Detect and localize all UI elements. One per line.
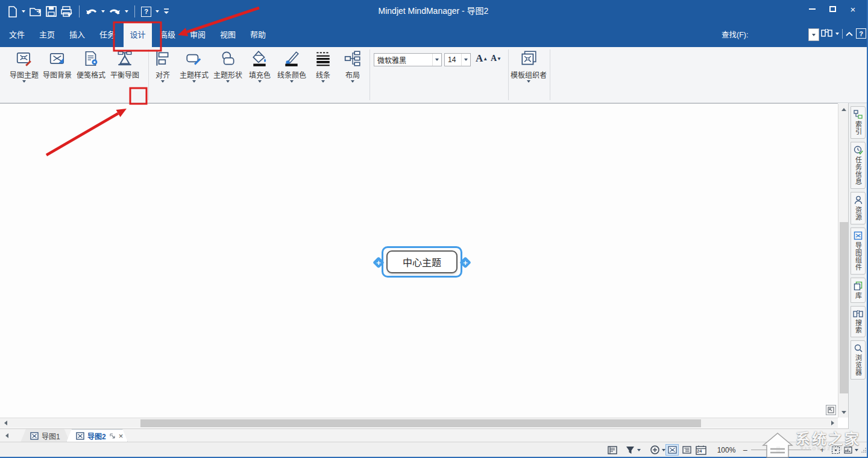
tab-design[interactable]: 设计 (124, 23, 152, 47)
topic-notes-icon[interactable] (606, 444, 618, 456)
sidebar-tab-index[interactable]: 索引 (851, 106, 866, 139)
sidebar-tab-map-parts[interactable]: 导图组件 (851, 227, 866, 275)
align-label: 对齐 (156, 69, 170, 80)
tab-insert[interactable]: 插入 (65, 23, 89, 47)
quick-access-toolbar: ? (7, 4, 169, 19)
horizontal-scrollbar-thumb[interactable] (140, 419, 701, 427)
find-dropdown-icon[interactable] (835, 33, 839, 35)
undo-dropdown-icon[interactable] (101, 10, 105, 13)
find-input-dropdown[interactable] (808, 28, 819, 41)
central-topic[interactable]: 中心主题 (386, 250, 458, 273)
tab-task[interactable]: 任务 (95, 23, 119, 47)
sidebar-tab-search[interactable]: 搜索 (851, 306, 866, 337)
tab-view[interactable]: 视图 (215, 23, 241, 47)
walkthrough-icon[interactable] (649, 444, 661, 456)
balance-map-button[interactable]: 平衡导图 (108, 49, 141, 80)
map-background-button[interactable]: 导图背景 (41, 49, 74, 80)
sidebar-tab-resources[interactable]: 资源 (851, 192, 866, 224)
font-name-value: 微软雅黑 (374, 55, 432, 65)
maximize-button[interactable] (822, 0, 843, 18)
filter-icon[interactable] (624, 444, 635, 456)
topic-shape-button[interactable]: 主题形状 (212, 49, 244, 83)
doc-tab-map1[interactable]: 导图1 (20, 429, 70, 442)
map-background-label: 导图背景 (43, 69, 72, 80)
sidebar-tab-task-info[interactable]: 任务信息 (851, 142, 866, 189)
gantt-calendar-button[interactable]: 24 (694, 444, 708, 456)
tab-help[interactable]: 帮助 (245, 23, 271, 47)
undo-icon[interactable] (86, 7, 97, 16)
print-icon[interactable] (61, 6, 73, 17)
filter-dropdown-icon[interactable] (636, 444, 642, 456)
horizontal-scrollbar[interactable] (0, 418, 838, 428)
topic-style-button[interactable]: 主题样式 (178, 49, 210, 83)
outline-view-button[interactable] (681, 444, 693, 456)
vertical-scrollbar[interactable] (838, 104, 849, 418)
scroll-left-icon[interactable] (1, 419, 10, 427)
collapse-ribbon-icon[interactable] (846, 28, 853, 39)
layout-label: 布局 (345, 69, 360, 80)
layout-button[interactable]: 布局 (337, 49, 368, 83)
ribbon-help-icon[interactable]: ? (856, 28, 866, 39)
zoom-in-button[interactable]: + (819, 444, 826, 456)
open-icon[interactable] (30, 6, 42, 17)
font-name-combo[interactable]: 微软雅黑 (374, 53, 442, 66)
tab-review[interactable]: 审阅 (184, 23, 211, 47)
group-separator-4 (550, 49, 550, 100)
find-binoculars-icon[interactable] (821, 28, 832, 39)
fill-color-button[interactable]: 填充色 (244, 49, 275, 83)
map-document-icon (30, 432, 39, 440)
line-color-button[interactable]: 线条颜色 (276, 49, 307, 83)
note-format-button[interactable]: 便笺格式 (75, 49, 107, 80)
fit-map-button[interactable] (829, 444, 841, 456)
tab-advanced[interactable]: 高级 (154, 23, 181, 47)
redo-icon[interactable] (109, 7, 121, 16)
customize-qat-icon[interactable] (163, 8, 169, 15)
add-subtopic-right-plus-icon: + (461, 258, 470, 267)
task-pane-sidebar: 索引 任务信息 资源 导图组件 库 搜索 浏览器 (848, 103, 867, 457)
new-document-dropdown-icon[interactable] (22, 10, 25, 13)
help-dropdown-icon[interactable] (156, 10, 159, 13)
map-view-button[interactable] (665, 444, 679, 456)
new-document-icon[interactable] (7, 6, 17, 17)
float-window-icon[interactable] (109, 433, 116, 439)
lines-button[interactable]: 线条 (307, 49, 339, 83)
sidebar-tab-library[interactable]: 库 (851, 278, 866, 303)
help-icon[interactable]: ? (141, 7, 151, 17)
tab-file[interactable]: 文件 (5, 23, 29, 47)
sidebar-tab-browser[interactable]: 浏览器 (851, 340, 866, 380)
font-size-dropdown-icon[interactable] (461, 54, 470, 66)
resize-grip[interactable] (861, 444, 867, 456)
doc-tab-close-icon[interactable]: × (119, 431, 124, 441)
redo-dropdown-icon[interactable] (125, 10, 128, 13)
sidebar-tab-library-label: 库 (854, 292, 863, 299)
save-icon[interactable] (46, 6, 57, 17)
template-organizer-label: 模板组织者 (511, 69, 547, 80)
tab-scroll-left-icon[interactable] (2, 431, 11, 440)
presentation-dropdown-icon[interactable] (854, 444, 860, 456)
group-separator-2 (370, 49, 370, 100)
scroll-right-icon[interactable] (828, 419, 837, 427)
font-size-combo[interactable]: 14 (444, 53, 471, 66)
font-name-dropdown-icon[interactable] (432, 54, 441, 66)
zoom-slider-thumb[interactable] (776, 447, 780, 453)
map-parts-icon (854, 231, 863, 240)
map-overview-button[interactable] (826, 405, 836, 415)
presentation-button[interactable] (843, 444, 854, 456)
zoom-out-button[interactable]: − (741, 444, 749, 456)
doc-tab-map2[interactable]: 导图2 × (66, 429, 128, 442)
topic-style-dropdown-icon (192, 80, 196, 83)
template-organizer-button[interactable]: 模板组织者 (509, 49, 548, 83)
zoom-slider-track[interactable] (751, 450, 811, 450)
browser-icon (854, 344, 863, 352)
balance-map-label: 平衡导图 (110, 69, 139, 80)
align-button[interactable]: 对齐 (147, 49, 178, 83)
minimize-button[interactable] (802, 0, 822, 18)
vertical-scrollbar-thumb[interactable] (840, 222, 848, 393)
shrink-font-button[interactable]: A▼ (489, 52, 503, 65)
tab-home[interactable]: 主页 (35, 23, 59, 47)
lines-dropdown-icon (321, 80, 325, 83)
map-theme-button[interactable]: 导图主题 (8, 49, 40, 83)
grow-font-button[interactable]: A▲ (475, 52, 488, 65)
close-button[interactable]: × (843, 0, 863, 18)
font-size-value: 14 (445, 56, 461, 64)
